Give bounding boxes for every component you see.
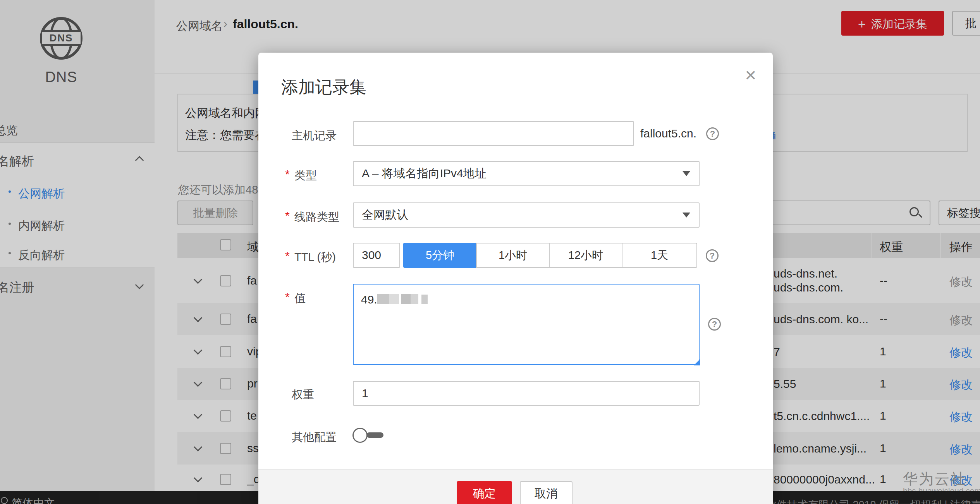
ttl-1day-button[interactable]: 1天: [622, 243, 697, 268]
help-icon[interactable]: ?: [706, 249, 719, 262]
dialog-footer: [258, 469, 773, 504]
pixelated-blur: [377, 294, 389, 304]
other-config-toggle[interactable]: [352, 428, 368, 443]
dialog-title: 添加记录集: [281, 76, 366, 99]
chevron-down-icon: [683, 213, 690, 218]
cancel-button[interactable]: 取消: [520, 481, 573, 504]
weight-input-value: 1: [354, 382, 699, 405]
help-icon[interactable]: ?: [708, 318, 721, 331]
ttl-5min-button[interactable]: 5分钟: [403, 243, 477, 268]
pixelated-blur: [421, 295, 428, 304]
app-root: DNS DNS 总览 域名解析 公网解析 内网解析 反向解析 域名注册 公网域名…: [0, 0, 980, 504]
type-label: 类型: [294, 168, 317, 183]
weight-label: 权重: [292, 387, 314, 403]
type-select-value: A – 将域名指向IPv4地址: [354, 162, 699, 185]
required-asterisk: *: [285, 290, 290, 303]
value-label: 值: [294, 291, 306, 306]
line-type-select-value: 全网默认: [354, 203, 699, 226]
chevron-down-icon: [683, 171, 690, 176]
confirm-button[interactable]: 确定: [457, 481, 512, 504]
weight-input[interactable]: 1: [353, 381, 700, 406]
value-text: 49.: [361, 293, 428, 306]
add-recordset-dialog: ✕ 添加记录集 主机记录 fallout5.cn. ? * 类型 A – 将域名…: [258, 53, 773, 504]
help-icon[interactable]: ?: [706, 127, 719, 140]
close-icon[interactable]: ✕: [744, 68, 757, 83]
pixelated-blur: [389, 294, 399, 304]
line-type-label: 线路类型: [294, 209, 339, 225]
ttl-1hour-button[interactable]: 1小时: [476, 243, 550, 268]
toggle-switch-bar: [366, 432, 383, 438]
ttl-label: TTL (秒): [294, 250, 336, 265]
ttl-input-value: 300: [354, 243, 399, 267]
host-record-input[interactable]: [353, 121, 634, 146]
required-asterisk: *: [285, 249, 290, 262]
required-asterisk: *: [285, 168, 290, 181]
pixelated-blur: [411, 294, 418, 304]
line-type-select[interactable]: 全网默认: [353, 202, 700, 228]
other-config-label: 其他配置: [292, 430, 337, 445]
ttl-input[interactable]: 300: [353, 243, 400, 268]
required-asterisk: *: [285, 209, 290, 222]
type-select[interactable]: A – 将域名指向IPv4地址: [353, 161, 700, 186]
pixelated-blur: [401, 294, 411, 304]
ttl-12hour-button[interactable]: 12小时: [549, 243, 622, 268]
host-record-label: 主机记录: [292, 128, 337, 144]
resize-handle[interactable]: [694, 359, 700, 365]
host-suffix-text: fallout5.cn.: [640, 127, 696, 140]
